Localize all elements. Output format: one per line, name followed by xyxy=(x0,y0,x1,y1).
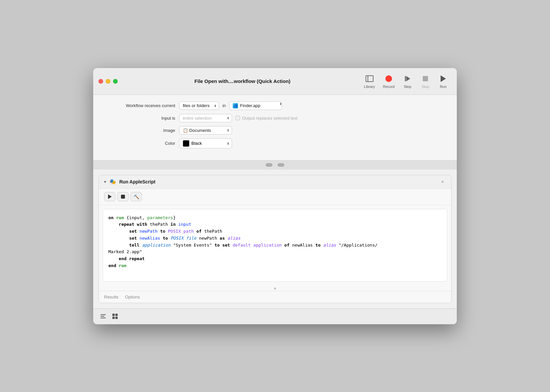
workflow-receives-controls: files or folders ⬍ in 🔵 Finder.app ⬍ xyxy=(179,101,285,110)
library-icon-area xyxy=(365,74,374,83)
script-toolbar: 🔨 xyxy=(99,189,451,205)
record-button[interactable]: Record xyxy=(380,72,398,91)
image-label: Image xyxy=(106,128,179,133)
image-select-wrapper: 📋 Documents ⬍ xyxy=(179,126,232,135)
script-tabs: Results Options xyxy=(99,291,451,303)
run-label: Run xyxy=(440,85,447,89)
script-run-button[interactable] xyxy=(104,192,115,201)
step-bar xyxy=(405,76,406,81)
finder-select[interactable]: 🔵 Finder.app xyxy=(229,101,282,110)
code-line-4: set newAlias to POSIX file newPath as al… xyxy=(108,235,442,242)
collapse-arrow[interactable]: ▾ xyxy=(104,179,106,184)
script-run-icon xyxy=(108,194,112,199)
run-icon xyxy=(441,75,446,82)
drag-handle-left[interactable] xyxy=(266,163,272,167)
script-stop-button[interactable] xyxy=(117,192,129,201)
close-button[interactable] xyxy=(98,79,103,84)
script-title: Run AppleScript xyxy=(119,179,436,184)
bottom-bar xyxy=(93,308,457,324)
minimize-button[interactable] xyxy=(106,79,110,84)
code-line-3: set newPath to POSIX path of thePath xyxy=(108,228,442,235)
output-replaces-checkbox[interactable] xyxy=(235,116,240,120)
step-button[interactable]: Step xyxy=(399,72,416,91)
input-is-select-wrapper: entire selection ⬍ xyxy=(179,114,232,122)
tab-results[interactable]: Results xyxy=(104,292,118,302)
stop-label: Stop xyxy=(422,85,429,89)
record-icon xyxy=(385,75,392,82)
finder-label: Finder.app xyxy=(240,103,260,108)
step-triangle xyxy=(406,76,410,81)
run-icon-area xyxy=(439,74,448,83)
stop-icon-area xyxy=(421,74,430,83)
scroll-dot-area xyxy=(99,286,451,291)
code-line-8: end run xyxy=(108,262,442,269)
step-icon xyxy=(405,76,410,81)
code-line-7: end repeat xyxy=(108,255,442,262)
files-or-folders-select[interactable]: files or folders xyxy=(179,101,219,110)
script-stop-icon xyxy=(121,195,125,199)
output-replaces-wrapper: Output replaces selected text xyxy=(235,116,297,121)
in-label: in xyxy=(222,103,226,108)
stop-icon xyxy=(423,76,428,81)
output-replaces-label: Output replaces selected text xyxy=(242,116,297,121)
titlebar: File Open with....workflow (Quick Action… xyxy=(93,68,457,95)
step-icon-area xyxy=(403,74,412,83)
window-title: File Open with....workflow (Quick Action… xyxy=(124,78,361,84)
script-close-button[interactable]: × xyxy=(439,178,446,185)
grid-view-icon xyxy=(112,314,118,319)
finder-icon: 🔵 xyxy=(233,103,238,108)
list-line-3 xyxy=(100,318,106,318)
list-line-1 xyxy=(100,314,106,315)
tab-options[interactable]: Options xyxy=(125,292,140,302)
step-label: Step xyxy=(404,85,412,89)
library-icon xyxy=(366,75,373,82)
input-is-row: Input is entire selection ⬍ Output repla… xyxy=(106,114,444,122)
script-compile-button[interactable]: 🔨 xyxy=(131,192,142,201)
record-icon-area xyxy=(384,74,393,83)
scroll-dot xyxy=(274,288,276,290)
divider xyxy=(93,160,457,170)
color-value: Black xyxy=(191,141,202,146)
color-swatch-black xyxy=(183,140,189,147)
code-editor[interactable]: on run {input, parameters} repeat with t… xyxy=(103,209,447,282)
script-header: ▾ 🎭 Run AppleScript × xyxy=(99,175,451,189)
script-icon: 🎭 xyxy=(109,178,116,185)
code-line-1: on run {input, parameters} xyxy=(108,215,442,221)
input-is-label: Input is xyxy=(106,116,179,121)
code-line-2: repeat with thePath in input xyxy=(108,221,442,228)
record-label: Record xyxy=(383,85,395,89)
library-label: Library xyxy=(364,85,375,89)
workflow-receives-row: Workflow receives current files or folde… xyxy=(106,101,444,110)
color-label: Color xyxy=(106,141,179,146)
input-is-controls: entire selection ⬍ Output replaces selec… xyxy=(179,114,297,122)
image-select[interactable]: 📋 Documents xyxy=(179,126,232,135)
workflow-receives-label: Workflow receives current xyxy=(106,103,179,108)
finder-wrapper: 🔵 Finder.app ⬍ xyxy=(229,101,285,110)
code-line-6: Marked 2.app" xyxy=(108,249,442,255)
stop-button[interactable]: Stop xyxy=(417,72,434,91)
grid-cell-3 xyxy=(112,317,115,319)
files-or-folders-wrapper: files or folders ⬍ xyxy=(179,101,219,110)
list-view-icon xyxy=(100,314,106,318)
toolbar-buttons: Library Record Step xyxy=(361,72,452,91)
list-view-button[interactable] xyxy=(100,313,106,320)
main-window: File Open with....workflow (Quick Action… xyxy=(93,68,457,324)
input-is-select[interactable]: entire selection xyxy=(179,114,232,122)
traffic-lights xyxy=(98,79,118,84)
list-line-2 xyxy=(100,316,104,317)
drag-handle-right[interactable] xyxy=(278,163,284,167)
code-line-5: tell application "System Events" to set … xyxy=(108,242,442,249)
library-button[interactable]: Library xyxy=(361,72,378,91)
grid-cell-4 xyxy=(115,317,118,319)
grid-view-button[interactable] xyxy=(112,313,118,320)
image-controls: 📋 Documents ⬍ xyxy=(179,126,232,135)
run-button[interactable]: Run xyxy=(435,72,452,91)
color-select[interactable]: Black xyxy=(179,138,232,148)
script-panel: ▾ 🎭 Run AppleScript × 🔨 on run {input, p… xyxy=(98,175,452,303)
color-row: Color Black ⬍ xyxy=(106,138,444,148)
form-area: Workflow receives current files or folde… xyxy=(93,95,457,160)
maximize-button[interactable] xyxy=(113,79,118,84)
image-row: Image 📋 Documents ⬍ xyxy=(106,126,444,135)
grid-cell-1 xyxy=(112,314,115,316)
grid-cell-2 xyxy=(115,314,118,316)
